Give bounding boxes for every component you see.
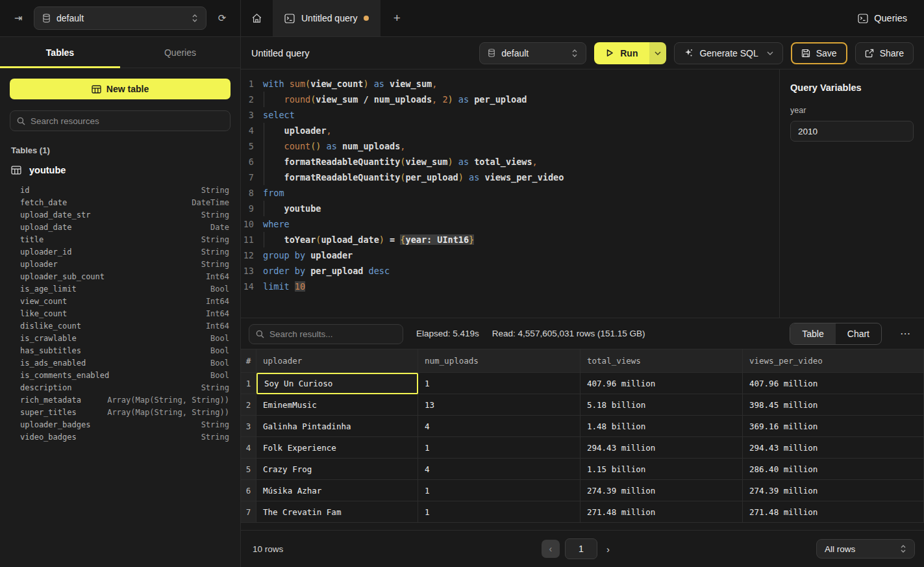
cell-num-uploads[interactable]: 4 bbox=[418, 416, 581, 437]
toolbar-database-select[interactable]: default bbox=[479, 42, 586, 64]
share-button[interactable]: Share bbox=[855, 42, 914, 64]
collapse-sidebar-button[interactable]: ⇥ bbox=[9, 9, 27, 27]
generate-sql-button[interactable]: Generate SQL bbox=[674, 42, 782, 64]
cell-total-views[interactable]: 1.48 billion bbox=[581, 416, 743, 437]
code-line[interactable]: 6 formatReadableQuantity(view_sum) as to… bbox=[241, 154, 779, 170]
query-tab[interactable]: Untitled query bbox=[273, 0, 381, 36]
sidebar: ⇥ default ⟳ Tables Queries bbox=[0, 0, 241, 567]
column-row[interactable]: is_comments_enabled Bool bbox=[10, 369, 231, 381]
column-header-views-per-video[interactable]: views_per_video bbox=[743, 349, 924, 373]
cell-uploader[interactable]: EminemMusic bbox=[256, 394, 418, 416]
code-line[interactable]: 11 toYear(upload_date) = {year: UInt16} bbox=[241, 232, 779, 247]
column-row[interactable]: has_subtitles Bool bbox=[10, 344, 231, 357]
tab-tables[interactable]: Tables bbox=[0, 37, 120, 68]
cell-uploader[interactable]: Crazy Frog bbox=[256, 459, 418, 480]
column-row[interactable]: title String bbox=[10, 233, 231, 246]
code-line[interactable]: 10where bbox=[241, 216, 779, 232]
code-line[interactable]: 5 count() as num_uploads, bbox=[241, 138, 779, 154]
cell-num-uploads[interactable]: 1 bbox=[418, 480, 581, 501]
cell-num-uploads[interactable]: 1 bbox=[418, 437, 581, 459]
results-more-button[interactable]: ⋯ bbox=[895, 327, 916, 340]
new-table-button[interactable]: New table bbox=[10, 79, 231, 99]
code-line[interactable]: 13order by per_upload desc bbox=[241, 263, 779, 279]
results-search-input[interactable] bbox=[269, 329, 396, 339]
code-line[interactable]: 14limit 10 bbox=[241, 279, 779, 294]
cell-views-per-video[interactable]: 286.40 million bbox=[743, 459, 924, 480]
column-header-uploader[interactable]: uploader bbox=[256, 349, 418, 373]
code-line[interactable]: 9 youtube bbox=[241, 201, 779, 216]
column-row[interactable]: upload_date_str String bbox=[10, 208, 231, 221]
cell-views-per-video[interactable]: 271.48 million bbox=[743, 501, 924, 523]
cell-uploader[interactable]: Músika Azhar bbox=[256, 480, 418, 501]
code-line[interactable]: 3select bbox=[241, 107, 779, 123]
cell-views-per-video[interactable]: 294.43 million bbox=[743, 437, 924, 459]
code-line[interactable]: 4 uploader, bbox=[241, 123, 779, 138]
view-toggle-table[interactable]: Table bbox=[790, 323, 835, 344]
current-page[interactable]: 1 bbox=[565, 538, 597, 559]
table-item-youtube[interactable]: youtube bbox=[10, 162, 231, 181]
cell-total-views[interactable]: 294.43 million bbox=[581, 437, 743, 459]
home-button[interactable] bbox=[241, 0, 273, 36]
queries-button[interactable]: Queries bbox=[841, 0, 924, 36]
cell-views-per-video[interactable]: 274.39 million bbox=[743, 480, 924, 501]
cell-total-views[interactable]: 1.15 billion bbox=[581, 459, 743, 480]
column-row[interactable]: video_badges String bbox=[10, 431, 231, 443]
resource-search[interactable] bbox=[10, 110, 231, 131]
column-row[interactable]: uploader String bbox=[10, 258, 231, 270]
column-row[interactable]: view_count Int64 bbox=[10, 295, 231, 307]
column-row[interactable]: upload_date Date bbox=[10, 221, 231, 233]
view-toggle: Table Chart bbox=[790, 323, 882, 345]
cell-views-per-video[interactable]: 407.96 million bbox=[743, 373, 924, 394]
cell-total-views[interactable]: 407.96 million bbox=[581, 373, 743, 394]
code-line[interactable]: 8from bbox=[241, 185, 779, 201]
cell-total-views[interactable]: 5.18 billion bbox=[581, 394, 743, 416]
code-line[interactable]: 12group by uploader bbox=[241, 247, 779, 263]
cell-uploader[interactable]: Soy Un Curioso bbox=[256, 373, 418, 394]
column-row[interactable]: rich_metadata Array(Map(String, String)) bbox=[10, 394, 231, 406]
column-row[interactable]: fetch_date DateTime bbox=[10, 196, 231, 208]
sql-editor[interactable]: 1with sum(view_count) as view_sum,2 roun… bbox=[241, 69, 779, 318]
cell-num-uploads[interactable]: 1 bbox=[418, 501, 581, 523]
code-line[interactable]: 7 formatReadableQuantity(per_upload) as … bbox=[241, 170, 779, 185]
cell-uploader[interactable]: The Crevatin Fam bbox=[256, 501, 418, 523]
cell-views-per-video[interactable]: 369.16 million bbox=[743, 416, 924, 437]
next-page-button[interactable]: › bbox=[603, 544, 614, 555]
column-row[interactable]: is_age_limit Bool bbox=[10, 283, 231, 295]
code-line[interactable]: 2 round(view_sum / num_uploads, 2) as pe… bbox=[241, 92, 779, 107]
column-row[interactable]: id String bbox=[10, 184, 231, 196]
column-row[interactable]: is_ads_enabled Bool bbox=[10, 357, 231, 369]
tab-queries[interactable]: Queries bbox=[120, 37, 240, 68]
column-header-num-uploads[interactable]: num_uploads bbox=[418, 349, 581, 373]
code-line[interactable]: 1with sum(view_count) as view_sum, bbox=[241, 76, 779, 92]
column-header-index[interactable]: # bbox=[241, 349, 256, 373]
cell-total-views[interactable]: 271.48 million bbox=[581, 501, 743, 523]
save-button[interactable]: Save bbox=[791, 42, 847, 64]
prev-page-button[interactable]: ‹ bbox=[542, 540, 560, 558]
run-button[interactable]: Run bbox=[594, 42, 649, 64]
new-tab-button[interactable]: + bbox=[381, 0, 413, 36]
view-toggle-chart[interactable]: Chart bbox=[836, 323, 881, 344]
column-row[interactable]: uploader_badges String bbox=[10, 418, 231, 431]
run-options-caret[interactable] bbox=[649, 42, 666, 64]
page-size-select[interactable]: All rows bbox=[816, 539, 915, 559]
column-row[interactable]: uploader_sub_count Int64 bbox=[10, 270, 231, 283]
column-row[interactable]: like_count Int64 bbox=[10, 307, 231, 320]
cell-views-per-video[interactable]: 398.45 million bbox=[743, 394, 924, 416]
cell-num-uploads[interactable]: 1 bbox=[418, 373, 581, 394]
column-row[interactable]: uploader_id String bbox=[10, 246, 231, 258]
column-row[interactable]: is_crawlable Bool bbox=[10, 332, 231, 344]
column-row[interactable]: description String bbox=[10, 381, 231, 394]
variable-year-input[interactable] bbox=[790, 121, 914, 142]
cell-uploader[interactable]: Galinha Pintadinha bbox=[256, 416, 418, 437]
cell-total-views[interactable]: 274.39 million bbox=[581, 480, 743, 501]
column-row[interactable]: dislike_count Int64 bbox=[10, 320, 231, 332]
cell-num-uploads[interactable]: 4 bbox=[418, 459, 581, 480]
database-select[interactable]: default bbox=[34, 6, 206, 30]
column-header-total-views[interactable]: total_views bbox=[581, 349, 743, 373]
cell-num-uploads[interactable]: 13 bbox=[418, 394, 581, 416]
resource-search-input[interactable] bbox=[31, 116, 223, 126]
refresh-button[interactable]: ⟳ bbox=[213, 9, 231, 27]
column-row[interactable]: super_titles Array(Map(String, String)) bbox=[10, 406, 231, 418]
cell-uploader[interactable]: Folk Experience bbox=[256, 437, 418, 459]
results-search[interactable] bbox=[249, 324, 403, 344]
